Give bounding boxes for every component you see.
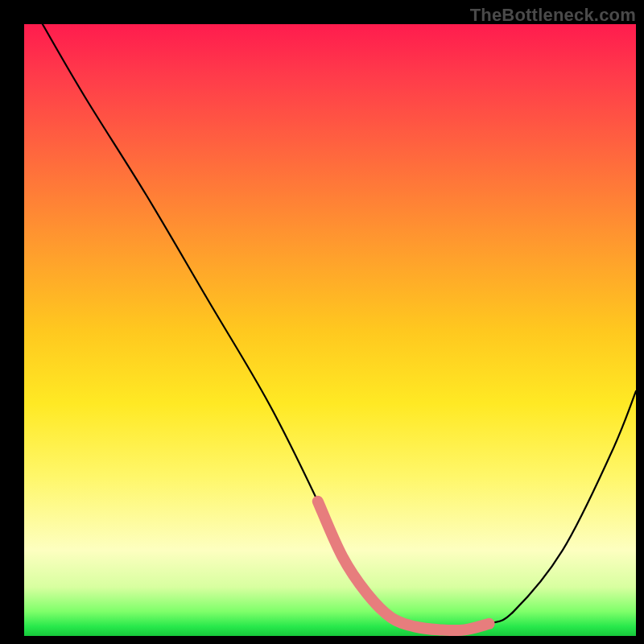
curve-layer [24,24,636,636]
bottleneck-curve-highlight [318,502,489,630]
chart-frame: TheBottleneck.com [0,0,644,644]
plot-area [24,24,636,636]
watermark-text: TheBottleneck.com [470,5,636,26]
